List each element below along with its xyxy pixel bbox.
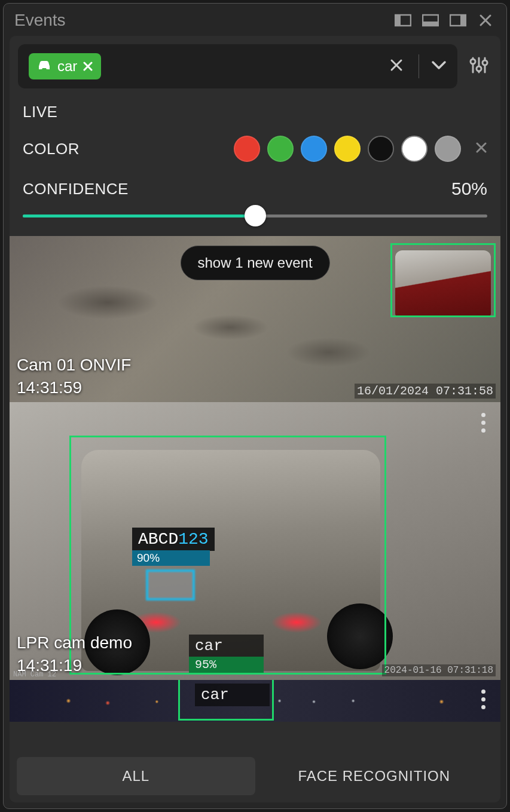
osd-small: NAM Cam 12 xyxy=(13,670,56,679)
filters: LIVE COLOR CONFIDENCE 5 xyxy=(10,97,500,234)
confidence-slider[interactable] xyxy=(23,204,487,228)
layout-right-icon[interactable] xyxy=(448,13,468,27)
panel-title: Events xyxy=(14,11,386,30)
event-item[interactable]: ABCD123 90% car 95% LPR cam demo 14:31:1… xyxy=(10,402,500,680)
car-icon xyxy=(37,58,51,75)
color-row: COLOR xyxy=(23,136,487,162)
svg-point-13 xyxy=(482,60,487,65)
color-swatches xyxy=(234,136,487,162)
titlebar: Events xyxy=(4,4,506,36)
show-new-events-button[interactable]: show 1 new event xyxy=(180,246,329,280)
event-list[interactable]: show 1 new event Cam 01 ONVIF 14:31:59 1… xyxy=(10,236,500,752)
panel-body: car xyxy=(10,36,500,802)
svg-point-11 xyxy=(477,66,481,71)
detection-label: car xyxy=(195,684,270,706)
divider xyxy=(419,54,419,78)
slider-thumb[interactable] xyxy=(245,205,266,226)
tab-face-recognition[interactable]: FACE RECOGNITION xyxy=(255,757,494,795)
kebab-menu-icon[interactable] xyxy=(474,687,492,711)
clear-search-icon[interactable] xyxy=(386,57,407,76)
color-clear-icon[interactable] xyxy=(475,140,487,157)
filter-chip-car[interactable]: car xyxy=(29,53,101,79)
detection-label: car xyxy=(189,635,264,657)
svg-rect-1 xyxy=(395,15,401,26)
color-label: COLOR xyxy=(23,140,80,158)
chip-label: car xyxy=(57,58,77,75)
plate-confidence: 90% xyxy=(132,550,210,566)
close-icon[interactable] xyxy=(475,13,496,27)
osd-timestamp: 2024-01-16 07:31:18 xyxy=(382,664,496,676)
plate-text: ABCD123 xyxy=(132,528,215,551)
osd-timestamp: 16/01/2024 07:31:58 xyxy=(355,384,496,399)
camera-name: LPR cam demo xyxy=(17,633,132,652)
confidence-row: CONFIDENCE 50% xyxy=(23,179,487,199)
search-row: car xyxy=(10,36,500,97)
plate-bounding-box xyxy=(146,569,195,600)
event-item[interactable]: show 1 new event Cam 01 ONVIF 14:31:59 1… xyxy=(10,236,500,402)
color-swatch-white[interactable] xyxy=(401,136,427,162)
svg-point-9 xyxy=(471,59,475,64)
slider-fill xyxy=(23,215,255,217)
color-swatch-gray[interactable] xyxy=(435,136,461,162)
plate-num: 123 xyxy=(178,530,208,549)
color-swatch-blue[interactable] xyxy=(301,136,327,162)
svg-rect-5 xyxy=(460,15,466,26)
color-swatch-yellow[interactable] xyxy=(334,136,361,162)
bounding-box xyxy=(390,243,496,317)
bottom-tabs: ALL FACE RECOGNITION xyxy=(10,752,500,802)
color-swatch-black[interactable] xyxy=(368,136,394,162)
tab-all[interactable]: ALL xyxy=(17,757,255,795)
kebab-menu-icon[interactable] xyxy=(474,410,492,434)
layout-bottom-icon[interactable] xyxy=(420,13,441,27)
event-item[interactable]: car xyxy=(10,680,500,722)
events-panel: Events car xyxy=(3,3,507,809)
svg-rect-3 xyxy=(423,22,438,26)
color-swatch-green[interactable] xyxy=(267,136,294,162)
chip-remove-icon[interactable] xyxy=(83,58,93,75)
layout-left-icon[interactable] xyxy=(393,13,413,27)
confidence-label: CONFIDENCE xyxy=(23,180,129,198)
svg-point-6 xyxy=(40,67,42,69)
svg-point-7 xyxy=(46,67,48,69)
color-swatch-red[interactable] xyxy=(234,136,260,162)
dropdown-caret-icon[interactable] xyxy=(431,60,447,72)
detection-confidence: 95% xyxy=(189,657,264,673)
camera-name: Cam 01 ONVIF xyxy=(17,356,131,375)
search-input[interactable]: car xyxy=(18,44,457,88)
live-label[interactable]: LIVE xyxy=(23,103,487,121)
plate-alpha: ABCD xyxy=(138,530,178,549)
event-time: 14:31:59 xyxy=(17,378,82,397)
confidence-value: 50% xyxy=(451,179,487,199)
sliders-icon[interactable] xyxy=(468,54,490,78)
